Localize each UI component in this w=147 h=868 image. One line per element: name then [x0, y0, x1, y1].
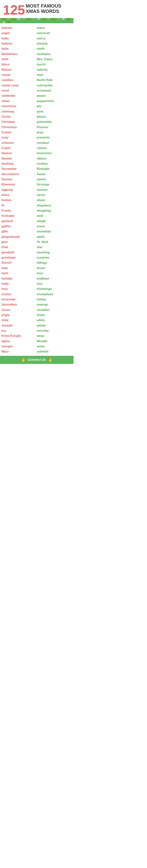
- list-item: chimney: [1, 109, 37, 114]
- list-item: mistletoe: [37, 52, 72, 57]
- footer-label: Connect Us: [28, 358, 46, 362]
- list-item: poinsettia: [37, 119, 72, 124]
- list-item: celebrate: [1, 93, 37, 98]
- list-item: joy: [1, 328, 37, 333]
- list-item: ham: [1, 266, 37, 271]
- list-item: festive: [1, 197, 37, 203]
- list-item: carol: [1, 88, 37, 93]
- list-item: nutcracker: [37, 83, 72, 88]
- list-item: Comet: [1, 130, 37, 135]
- list-item: yuletide: [37, 349, 72, 354]
- list-item: Wreath: [37, 339, 72, 344]
- list-item: jingle: [1, 313, 37, 318]
- list-item: peace: [37, 93, 72, 98]
- holly-divider: 🌿🍃🌿❄️🍃🌿🍃❄️🌿🍃🌿🍃❄️🌿🍃🌿: [0, 18, 73, 23]
- list-item: Jerusalem: [1, 302, 37, 307]
- list-item: presents: [37, 135, 72, 140]
- word-list: AdventangelbabebelievebellsBethlehembirt…: [0, 23, 73, 356]
- list-item: lights: [1, 339, 37, 344]
- list-item: garland: [1, 219, 37, 224]
- list-item: Donner: [1, 177, 37, 182]
- list-item: angel: [1, 31, 37, 36]
- list-item: toys: [37, 271, 72, 276]
- list-item: star: [37, 245, 72, 250]
- list-item: fir: [1, 203, 37, 208]
- list-item: Mrs. Claus: [37, 57, 72, 62]
- list-item: pine: [37, 109, 72, 114]
- list-item: Christ: [1, 114, 37, 119]
- list-item: eggnog: [1, 187, 37, 192]
- list-item: Dasher: [1, 156, 37, 161]
- list-item: gather: [1, 224, 37, 229]
- holly-icons: 🌿🍃🌿❄️🍃🌿🍃❄️🌿🍃🌿🍃❄️🌿🍃🌿: [1, 18, 72, 23]
- list-item: Jolly: [1, 318, 37, 323]
- list-item: Santa: [37, 172, 72, 177]
- list-item: greetings: [1, 255, 37, 260]
- list-item: fruitcake: [1, 213, 37, 218]
- list-item: cheer: [1, 98, 37, 104]
- list-item: Cupid: [1, 146, 37, 151]
- list-item: December: [1, 166, 37, 172]
- page-container: 125 MOST FAMOUS XMAS WORDS 🌿🍃🌿❄️🍃🌿🍃❄️🌿🍃🌿…: [0, 0, 73, 364]
- list-item: reverence: [37, 151, 72, 156]
- list-item: Christmas: [1, 125, 37, 130]
- list-item: gifts: [1, 229, 37, 234]
- list-item: candles: [1, 78, 37, 83]
- list-item: white: [37, 318, 72, 323]
- list-item: babe: [1, 36, 37, 41]
- list-item: Christian: [1, 119, 37, 124]
- list-item: Rudolph: [37, 166, 72, 172]
- list-item: spirit: [37, 234, 72, 240]
- list-item: Prancer: [37, 125, 72, 130]
- list-item: Bethlehem: [1, 52, 37, 57]
- list-item: Blitzen: [1, 67, 37, 72]
- list-item: sled: [37, 213, 72, 218]
- list-item: snowman: [37, 229, 72, 234]
- right-column: massmenorahmerrymiraclemirthmistletoeMrs…: [37, 25, 72, 354]
- list-item: holiday: [1, 276, 37, 281]
- list-item: North Pole: [37, 78, 72, 83]
- list-item: holy: [1, 286, 37, 291]
- list-item: Jesus: [1, 307, 37, 313]
- list-item: reindeer: [37, 140, 72, 146]
- list-item: share: [37, 197, 72, 203]
- list-item: birth: [1, 57, 37, 62]
- list-item: vacation: [37, 307, 72, 313]
- list-item: Mary: [1, 349, 37, 354]
- list-item: incarnate: [1, 297, 37, 302]
- list-item: holly: [1, 281, 37, 286]
- list-item: tidings: [37, 260, 72, 266]
- list-item: decorations: [1, 172, 37, 177]
- list-item: stocking: [37, 250, 72, 255]
- header-right-text: MOST FAMOUS XMAS WORDS: [26, 3, 61, 14]
- list-item: ornament: [37, 88, 72, 93]
- list-item: elves: [1, 192, 37, 197]
- list-item: Vixen: [37, 313, 72, 318]
- header: 125 MOST FAMOUS XMAS WORDS: [0, 0, 73, 18]
- list-item: merry: [37, 36, 72, 41]
- list-item: manger: [1, 344, 37, 349]
- list-item: mass: [37, 25, 72, 31]
- list-item: camel: [1, 72, 37, 78]
- list-item: ribbon: [37, 156, 72, 161]
- list-item: candy cane: [1, 83, 37, 88]
- list-item: chestnuts: [1, 104, 37, 109]
- list-item: God: [1, 245, 37, 250]
- list-item: trimmings: [37, 286, 72, 291]
- list-item: tree: [37, 281, 72, 286]
- list-item: plums: [37, 114, 72, 119]
- header-line1: MOST FAMOUS: [26, 3, 61, 9]
- list-item: crimson: [1, 140, 37, 146]
- list-item: nativity: [37, 67, 72, 72]
- list-item: peppermint: [37, 98, 72, 104]
- list-item: believe: [1, 41, 37, 46]
- list-item: Ebenezer: [1, 182, 37, 187]
- list-item: pie: [37, 104, 72, 109]
- header-number: 125: [3, 3, 25, 17]
- list-item: snow: [37, 224, 72, 229]
- list-item: menorah: [37, 31, 72, 36]
- list-item: surprise: [37, 255, 72, 260]
- list-item: pray: [37, 130, 72, 135]
- list-item: wrap: [37, 333, 72, 339]
- list-item: worship: [37, 328, 72, 333]
